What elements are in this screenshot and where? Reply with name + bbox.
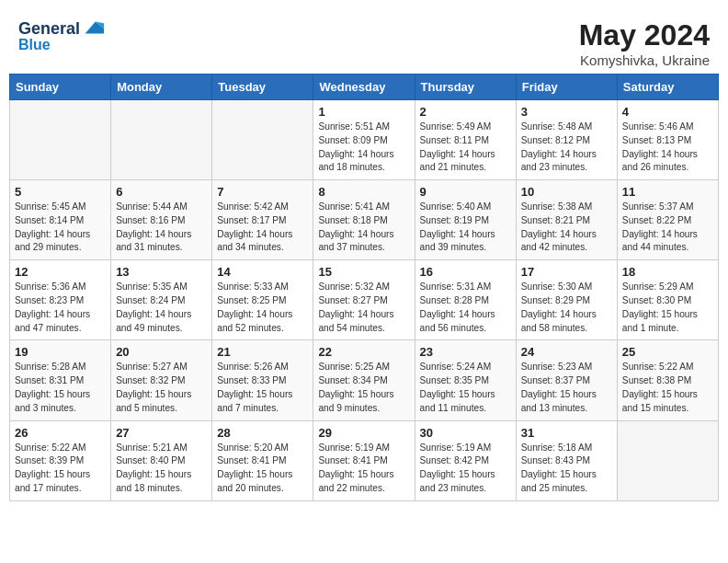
calendar-cell-w1-d7: 4Sunrise: 5:46 AM Sunset: 8:13 PM Daylig… (617, 100, 718, 180)
calendar-cell-w4-d2: 20Sunrise: 5:27 AM Sunset: 8:32 PM Dayli… (111, 340, 212, 420)
day-number: 23 (420, 345, 511, 359)
calendar-cell-w3-d2: 13Sunrise: 5:35 AM Sunset: 8:24 PM Dayli… (111, 260, 212, 340)
day-number: 30 (420, 426, 511, 440)
day-info: Sunrise: 5:21 AM Sunset: 8:40 PM Dayligh… (116, 442, 207, 496)
day-info: Sunrise: 5:40 AM Sunset: 8:19 PM Dayligh… (420, 201, 511, 255)
day-number: 27 (116, 426, 207, 440)
col-monday: Monday (111, 75, 212, 100)
day-info: Sunrise: 5:32 AM Sunset: 8:27 PM Dayligh… (318, 281, 409, 335)
day-number: 12 (15, 265, 106, 279)
calendar-cell-w1-d5: 2Sunrise: 5:49 AM Sunset: 8:11 PM Daylig… (415, 100, 516, 180)
calendar-header-row: Sunday Monday Tuesday Wednesday Thursday… (10, 75, 719, 100)
day-info: Sunrise: 5:36 AM Sunset: 8:23 PM Dayligh… (15, 281, 106, 335)
col-friday: Friday (516, 75, 617, 100)
day-info: Sunrise: 5:22 AM Sunset: 8:38 PM Dayligh… (622, 361, 713, 415)
calendar-cell-w5-d5: 30Sunrise: 5:19 AM Sunset: 8:42 PM Dayli… (415, 420, 516, 500)
calendar-week-5: 26Sunrise: 5:22 AM Sunset: 8:39 PM Dayli… (10, 420, 719, 500)
calendar-cell-w2-d7: 11Sunrise: 5:37 AM Sunset: 8:22 PM Dayli… (617, 180, 718, 260)
calendar-cell-w1-d4: 1Sunrise: 5:51 AM Sunset: 8:09 PM Daylig… (313, 100, 415, 180)
day-info: Sunrise: 5:45 AM Sunset: 8:14 PM Dayligh… (15, 201, 106, 255)
day-number: 26 (15, 426, 106, 440)
day-number: 22 (318, 345, 409, 359)
calendar-cell-w5-d7 (617, 420, 718, 500)
day-info: Sunrise: 5:27 AM Sunset: 8:32 PM Dayligh… (116, 361, 207, 415)
calendar-cell-w2-d1: 5Sunrise: 5:45 AM Sunset: 8:14 PM Daylig… (10, 180, 111, 260)
calendar-cell-w4-d1: 19Sunrise: 5:28 AM Sunset: 8:31 PM Dayli… (10, 340, 111, 420)
day-number: 1 (318, 105, 409, 119)
day-number: 24 (521, 345, 612, 359)
calendar-cell-w4-d7: 25Sunrise: 5:22 AM Sunset: 8:38 PM Dayli… (617, 340, 718, 420)
day-number: 25 (622, 345, 713, 359)
day-info: Sunrise: 5:24 AM Sunset: 8:35 PM Dayligh… (420, 361, 511, 415)
day-info: Sunrise: 5:19 AM Sunset: 8:41 PM Dayligh… (318, 442, 409, 496)
calendar-week-3: 12Sunrise: 5:36 AM Sunset: 8:23 PM Dayli… (10, 260, 719, 340)
calendar-cell-w4-d4: 22Sunrise: 5:25 AM Sunset: 8:34 PM Dayli… (313, 340, 415, 420)
month-year-title: May 2024 (579, 18, 710, 52)
calendar-week-2: 5Sunrise: 5:45 AM Sunset: 8:14 PM Daylig… (10, 180, 719, 260)
calendar-cell-w2-d4: 8Sunrise: 5:41 AM Sunset: 8:18 PM Daylig… (313, 180, 415, 260)
day-number: 2 (420, 105, 511, 119)
calendar-cell-w5-d4: 29Sunrise: 5:19 AM Sunset: 8:41 PM Dayli… (313, 420, 415, 500)
day-number: 8 (318, 185, 409, 199)
day-number: 20 (116, 345, 207, 359)
day-number: 19 (15, 345, 106, 359)
calendar-cell-w3-d6: 17Sunrise: 5:30 AM Sunset: 8:29 PM Dayli… (516, 260, 617, 340)
day-info: Sunrise: 5:44 AM Sunset: 8:16 PM Dayligh… (116, 201, 207, 255)
calendar-cell-w2-d3: 7Sunrise: 5:42 AM Sunset: 8:17 PM Daylig… (212, 180, 313, 260)
calendar-cell-w1-d1 (10, 100, 111, 180)
day-info: Sunrise: 5:28 AM Sunset: 8:31 PM Dayligh… (15, 361, 106, 415)
day-number: 16 (420, 265, 511, 279)
day-info: Sunrise: 5:19 AM Sunset: 8:42 PM Dayligh… (420, 442, 511, 496)
col-tuesday: Tuesday (212, 75, 313, 100)
col-thursday: Thursday (415, 75, 516, 100)
logo-icon (80, 15, 106, 40)
logo-text-blue: Blue (18, 37, 51, 53)
day-info: Sunrise: 5:38 AM Sunset: 8:21 PM Dayligh… (521, 201, 612, 255)
logo-text-general: General (18, 20, 80, 39)
calendar-cell-w1-d2 (111, 100, 212, 180)
day-number: 31 (521, 426, 612, 440)
col-sunday: Sunday (10, 75, 111, 100)
day-info: Sunrise: 5:48 AM Sunset: 8:12 PM Dayligh… (521, 121, 612, 175)
col-wednesday: Wednesday (313, 75, 415, 100)
calendar-cell-w3-d4: 15Sunrise: 5:32 AM Sunset: 8:27 PM Dayli… (313, 260, 415, 340)
calendar-cell-w1-d6: 3Sunrise: 5:48 AM Sunset: 8:12 PM Daylig… (516, 100, 617, 180)
calendar-cell-w5-d6: 31Sunrise: 5:18 AM Sunset: 8:43 PM Dayli… (516, 420, 617, 500)
day-info: Sunrise: 5:51 AM Sunset: 8:09 PM Dayligh… (318, 121, 409, 175)
calendar-week-4: 19Sunrise: 5:28 AM Sunset: 8:31 PM Dayli… (10, 340, 719, 420)
header: General Blue May 2024 Komyshivka, Ukrain… (9, 9, 719, 74)
day-info: Sunrise: 5:18 AM Sunset: 8:43 PM Dayligh… (521, 442, 612, 496)
calendar-cell-w2-d5: 9Sunrise: 5:40 AM Sunset: 8:19 PM Daylig… (415, 180, 516, 260)
day-number: 17 (521, 265, 612, 279)
col-saturday: Saturday (617, 75, 718, 100)
day-number: 13 (116, 265, 207, 279)
day-info: Sunrise: 5:35 AM Sunset: 8:24 PM Dayligh… (116, 281, 207, 335)
calendar-cell-w5-d3: 28Sunrise: 5:20 AM Sunset: 8:41 PM Dayli… (212, 420, 313, 500)
day-info: Sunrise: 5:31 AM Sunset: 8:28 PM Dayligh… (420, 281, 511, 335)
day-number: 18 (622, 265, 713, 279)
day-number: 21 (217, 345, 308, 359)
calendar-cell-w3-d3: 14Sunrise: 5:33 AM Sunset: 8:25 PM Dayli… (212, 260, 313, 340)
day-info: Sunrise: 5:42 AM Sunset: 8:17 PM Dayligh… (217, 201, 308, 255)
logo: General Blue (18, 18, 106, 53)
page-container: General Blue May 2024 Komyshivka, Ukrain… (9, 9, 719, 501)
calendar-cell-w1-d3 (212, 100, 313, 180)
title-block: May 2024 Komyshivka, Ukraine (579, 18, 710, 68)
calendar-week-1: 1Sunrise: 5:51 AM Sunset: 8:09 PM Daylig… (10, 100, 719, 180)
calendar-cell-w5-d1: 26Sunrise: 5:22 AM Sunset: 8:39 PM Dayli… (10, 420, 111, 500)
calendar-cell-w4-d6: 24Sunrise: 5:23 AM Sunset: 8:37 PM Dayli… (516, 340, 617, 420)
day-info: Sunrise: 5:20 AM Sunset: 8:41 PM Dayligh… (217, 442, 308, 496)
day-info: Sunrise: 5:49 AM Sunset: 8:11 PM Dayligh… (420, 121, 511, 175)
day-info: Sunrise: 5:46 AM Sunset: 8:13 PM Dayligh… (622, 121, 713, 175)
calendar-table: Sunday Monday Tuesday Wednesday Thursday… (9, 74, 719, 501)
calendar-cell-w2-d6: 10Sunrise: 5:38 AM Sunset: 8:21 PM Dayli… (516, 180, 617, 260)
day-info: Sunrise: 5:41 AM Sunset: 8:18 PM Dayligh… (318, 201, 409, 255)
day-info: Sunrise: 5:37 AM Sunset: 8:22 PM Dayligh… (622, 201, 713, 255)
day-number: 4 (622, 105, 713, 119)
day-info: Sunrise: 5:23 AM Sunset: 8:37 PM Dayligh… (521, 361, 612, 415)
day-info: Sunrise: 5:33 AM Sunset: 8:25 PM Dayligh… (217, 281, 308, 335)
day-info: Sunrise: 5:22 AM Sunset: 8:39 PM Dayligh… (15, 442, 106, 496)
calendar-cell-w2-d2: 6Sunrise: 5:44 AM Sunset: 8:16 PM Daylig… (111, 180, 212, 260)
day-number: 6 (116, 185, 207, 199)
day-info: Sunrise: 5:26 AM Sunset: 8:33 PM Dayligh… (217, 361, 308, 415)
